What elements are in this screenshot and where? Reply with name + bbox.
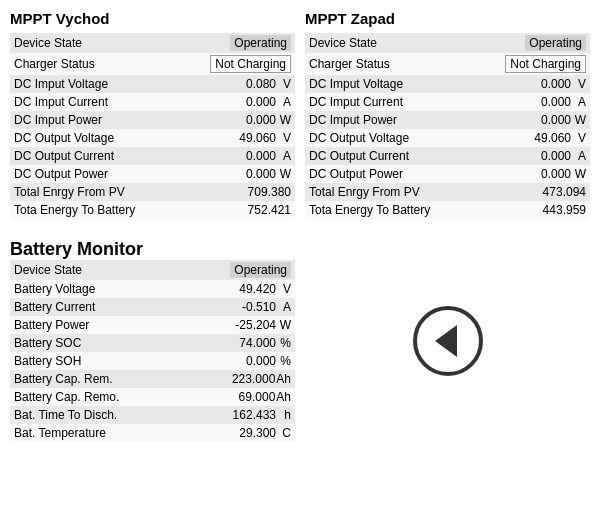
table-row: Total Enrgy From PV473.094: [305, 183, 590, 201]
row-label: Tota Energy To Battery: [305, 201, 474, 219]
row-value: 162.433h: [183, 406, 295, 424]
table-row: Tota Energy To Battery752.421: [10, 201, 295, 219]
table-row: DC Output Power0.000W: [10, 165, 295, 183]
table-row: Device StateOperating: [305, 33, 590, 53]
row-value: 0.000A: [474, 93, 590, 111]
table-row: Charger StatusNot Charging: [305, 53, 590, 75]
row-label: Battery Current: [10, 298, 183, 316]
row-label: DC Imput Current: [305, 93, 474, 111]
row-value: 0.000W: [474, 111, 590, 129]
row-value: 49.060V: [179, 129, 295, 147]
row-value: 473.094: [474, 183, 590, 201]
row-value: -25.204W: [183, 316, 295, 334]
table-row: Charger StatusNot Charging: [10, 53, 295, 75]
row-label: DC Output Current: [305, 147, 474, 165]
row-value: Not Charging: [474, 53, 590, 75]
table-row: Total Enrgy From PV709.380: [10, 183, 295, 201]
back-button-area: [305, 239, 590, 442]
row-value: 0.000A: [179, 93, 295, 111]
table-row: Battery Power-25.204W: [10, 316, 295, 334]
row-label: Battery Power: [10, 316, 183, 334]
row-value: 0.000V: [474, 75, 590, 93]
table-row: DC Output Current0.000A: [305, 147, 590, 165]
table-row: Battery SOH0.000%: [10, 352, 295, 370]
battery-monitor-table: Device StateOperatingBattery Voltage49.4…: [10, 260, 295, 442]
row-label: Battery Cap. Remo.: [10, 388, 183, 406]
mppt-vychod-title: MPPT Vychod: [10, 10, 295, 27]
row-label: Battery Cap. Rem.: [10, 370, 183, 388]
row-value: 69.000Ah: [183, 388, 295, 406]
table-row: Battery Cap. Remo.69.000Ah: [10, 388, 295, 406]
row-label: DC Imput Voltage: [10, 75, 179, 93]
table-row: Battery Cap. Rem.223.000Ah: [10, 370, 295, 388]
table-row: DC Imput Power0.000W: [10, 111, 295, 129]
row-value: 709.380: [179, 183, 295, 201]
back-arrow-icon: [435, 325, 457, 357]
row-label: DC Imput Power: [305, 111, 474, 129]
row-value: 0.080V: [179, 75, 295, 93]
row-label: Battery SOC: [10, 334, 183, 352]
row-value: 0.000%: [183, 352, 295, 370]
table-row: Bat. Time To Disch.162.433h: [10, 406, 295, 424]
row-value: Operating: [183, 260, 295, 280]
mppt-zapad-panel: MPPT Zapad Device StateOperatingCharger …: [305, 10, 590, 219]
table-row: Battery Current-0.510A: [10, 298, 295, 316]
table-row: Battery SOC74.000%: [10, 334, 295, 352]
table-row: Tota Energy To Battery443.959: [305, 201, 590, 219]
table-row: DC Imput Power0.000W: [305, 111, 590, 129]
mppt-zapad-title: MPPT Zapad: [305, 10, 590, 27]
row-value: Operating: [474, 33, 590, 53]
row-value: -0.510A: [183, 298, 295, 316]
table-row: DC Imput Voltage0.000V: [305, 75, 590, 93]
table-row: DC Output Voltage49.060V: [10, 129, 295, 147]
row-label: Charger Status: [10, 53, 179, 75]
row-label: DC Output Power: [10, 165, 179, 183]
row-label: Bat. Temperature: [10, 424, 183, 442]
row-label: DC Output Voltage: [10, 129, 179, 147]
row-value: 0.000A: [474, 147, 590, 165]
table-row: DC Output Current0.000A: [10, 147, 295, 165]
table-row: Battery Voltage49.420V: [10, 280, 295, 298]
mppt-vychod-panel: MPPT Vychod Device StateOperatingCharger…: [10, 10, 295, 219]
row-value: 0.000W: [474, 165, 590, 183]
row-label: Tota Energy To Battery: [10, 201, 179, 219]
row-label: DC Output Power: [305, 165, 474, 183]
row-value: 49.060V: [474, 129, 590, 147]
row-label: DC Output Current: [10, 147, 179, 165]
battery-monitor-title: Battery Monitor: [10, 239, 295, 260]
battery-monitor-panel: Battery Monitor Device StateOperatingBat…: [10, 239, 295, 442]
mppt-zapad-table: Device StateOperatingCharger StatusNot C…: [305, 33, 590, 219]
table-row: Device StateOperating: [10, 33, 295, 53]
table-row: Bat. Temperature29.300C: [10, 424, 295, 442]
row-value: 752.421: [179, 201, 295, 219]
table-row: DC Imput Current0.000A: [305, 93, 590, 111]
row-label: Battery SOH: [10, 352, 183, 370]
row-value: 223.000Ah: [183, 370, 295, 388]
row-label: Device State: [10, 33, 179, 53]
row-label: Bat. Time To Disch.: [10, 406, 183, 424]
row-value: 74.000%: [183, 334, 295, 352]
row-label: DC Imput Current: [10, 93, 179, 111]
row-label: Device State: [10, 260, 183, 280]
table-row: DC Imput Current0.000A: [10, 93, 295, 111]
row-value: 49.420V: [183, 280, 295, 298]
row-label: Total Enrgy From PV: [10, 183, 179, 201]
row-label: DC Imput Voltage: [305, 75, 474, 93]
mppt-vychod-table: Device StateOperatingCharger StatusNot C…: [10, 33, 295, 219]
row-label: Total Enrgy From PV: [305, 183, 474, 201]
table-row: DC Output Voltage49.060V: [305, 129, 590, 147]
back-button[interactable]: [413, 306, 483, 376]
table-row: DC Imput Voltage0.080V: [10, 75, 295, 93]
row-value: 0.000W: [179, 165, 295, 183]
row-value: Operating: [179, 33, 295, 53]
row-label: Charger Status: [305, 53, 474, 75]
row-label: Battery Voltage: [10, 280, 183, 298]
row-value: 29.300C: [183, 424, 295, 442]
row-value: 0.000A: [179, 147, 295, 165]
row-value: Not Charging: [179, 53, 295, 75]
row-value: 443.959: [474, 201, 590, 219]
table-row: DC Output Power0.000W: [305, 165, 590, 183]
row-label: DC Imput Power: [10, 111, 179, 129]
row-value: 0.000W: [179, 111, 295, 129]
row-label: Device State: [305, 33, 474, 53]
